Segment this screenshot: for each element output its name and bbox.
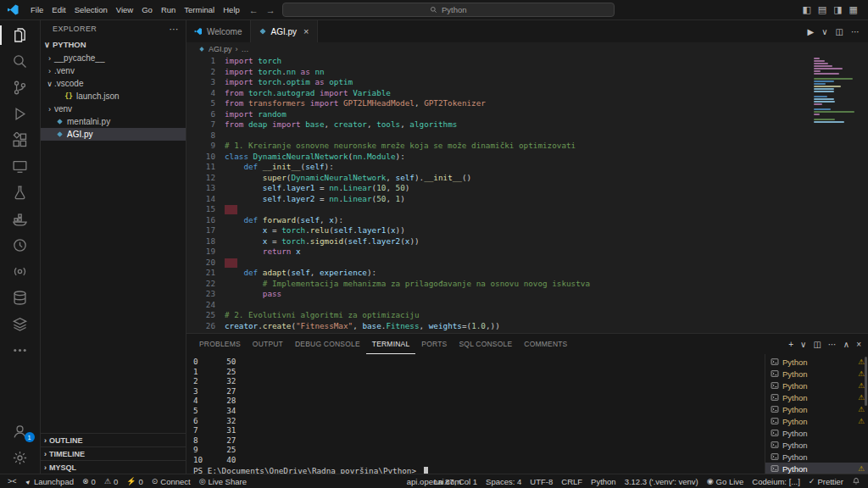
tab-agi-py[interactable]: AGI.py×: [251, 20, 318, 42]
errors[interactable]: ⊗0: [78, 474, 100, 488]
sidebar-more-icon[interactable]: ⋯: [170, 24, 179, 35]
prettier[interactable]: ✓Prettier: [804, 474, 848, 488]
code-line[interactable]: 14 self.layer2 = nn.Linear(50, 1): [186, 194, 809, 205]
menu-view[interactable]: View: [112, 0, 137, 19]
panel-tab-terminal[interactable]: TERMINAL: [366, 334, 416, 354]
code-line[interactable]: 4from torch.autograd import Variable: [186, 88, 809, 99]
close-panel-icon[interactable]: ×: [856, 340, 861, 349]
activity-database[interactable]: [0, 285, 41, 311]
nav-back-icon[interactable]: ←: [249, 5, 259, 15]
menu-file[interactable]: File: [26, 0, 47, 19]
terminal-list-item[interactable]: Python⚠: [765, 356, 868, 368]
panel-tab-debug-console[interactable]: DEBUG CONSOLE: [289, 334, 366, 354]
code-line[interactable]: 7from deap import base, creator, tools, …: [186, 119, 809, 130]
run-dropdown-icon[interactable]: ∨: [821, 27, 827, 36]
menu-go[interactable]: Go: [137, 0, 157, 19]
code-line[interactable]: 25# 2. Evolutivni algoritmi za optimizac…: [186, 310, 809, 321]
code-line[interactable]: 3import torch.optim as optim: [186, 77, 809, 88]
minimap[interactable]: [814, 58, 858, 124]
more-actions-icon[interactable]: ⋯: [851, 27, 860, 36]
tab-welcome[interactable]: Welcome: [186, 20, 251, 42]
live-share[interactable]: ◎Live Share: [195, 474, 251, 488]
terminal-output[interactable]: 0 501 252 323 274 285 346 327 318 279 25…: [186, 354, 765, 474]
python-interpreter[interactable]: 3.12.3 ('.venv': venv): [620, 474, 703, 488]
eol[interactable]: CRLF: [557, 474, 587, 488]
close-icon[interactable]: ×: [303, 26, 309, 36]
code-line[interactable]: 18 x = torch.sigmoid(self.layer2(x)): [186, 236, 809, 247]
code-line[interactable]: 22 # Implementacija mehanizma za prilago…: [186, 279, 809, 290]
workspace-section-header[interactable]: ∨ PYTHON: [41, 37, 186, 52]
code-line[interactable]: 5from transformers import GPT2LMHeadMode…: [186, 98, 809, 109]
more-icon[interactable]: ⋯: [828, 340, 837, 349]
command-center[interactable]: Python: [282, 3, 615, 17]
terminal-list-scrollbar[interactable]: [865, 357, 867, 406]
code-line[interactable]: 20: [186, 258, 809, 269]
code-line[interactable]: 24: [186, 300, 809, 311]
terminal-list-item[interactable]: Python⚠: [765, 368, 868, 380]
launchpad[interactable]: ▲Launchpad: [21, 474, 78, 488]
code-line[interactable]: 8: [186, 130, 809, 141]
language-mode[interactable]: Python: [587, 474, 620, 488]
activity-extensions[interactable]: [0, 127, 41, 153]
notifications[interactable]: [848, 474, 865, 488]
terminal-dropdown-icon[interactable]: ∨: [800, 340, 806, 349]
new-terminal-icon[interactable]: +: [788, 340, 793, 349]
activity-source-control[interactable]: [0, 75, 41, 101]
terminal-list-item[interactable]: Python: [765, 439, 868, 451]
code-line[interactable]: 17 x = torch.relu(self.layer1(x)): [186, 225, 809, 236]
toggle-panel-icon[interactable]: ▤: [818, 4, 826, 15]
code-line[interactable]: 16 def forward(self, x):: [186, 215, 809, 226]
breadcrumb[interactable]: AGI.py › …: [186, 42, 868, 55]
menu-run[interactable]: Run: [157, 0, 180, 19]
terminal-list-item[interactable]: Python⚠: [765, 403, 868, 415]
tree-item-launch-json[interactable]: {}launch.json: [41, 90, 186, 103]
code-line[interactable]: 1import torch: [186, 56, 809, 67]
menu-selection[interactable]: Selection: [70, 0, 112, 19]
connect[interactable]: ⊙Connect: [147, 474, 195, 488]
code-line[interactable]: 10class DynamicNeuralNetwork(nn.Module):: [186, 152, 809, 163]
terminal-list-item[interactable]: Python⚠: [765, 380, 868, 391]
toggle-secondary-sidebar-icon[interactable]: ◨: [833, 4, 842, 15]
settings-button[interactable]: [0, 445, 41, 471]
activity-more[interactable]: [0, 337, 41, 363]
encoding[interactable]: UTF-8: [526, 474, 557, 488]
activity-remote-explorer[interactable]: [0, 153, 41, 180]
split-terminal-icon[interactable]: ◫: [813, 340, 821, 349]
terminal-list-item[interactable]: Python⚠: [765, 415, 868, 427]
warnings[interactable]: ⚠0: [100, 474, 122, 488]
activity-layers[interactable]: [0, 311, 41, 337]
split-editor-icon[interactable]: ◫: [836, 27, 843, 36]
panel-tab-ports[interactable]: PORTS: [415, 334, 453, 354]
toggle-sidebar-icon[interactable]: ◧: [802, 4, 810, 15]
menu-help[interactable]: Help: [219, 0, 244, 19]
code-line[interactable]: 11 def __init__(self):: [186, 162, 809, 173]
editor[interactable]: 1import torch2import torch.nn as nn3impo…: [186, 55, 868, 333]
section-mysql[interactable]: ›MYSQL: [41, 460, 186, 474]
menu-edit[interactable]: Edit: [47, 0, 70, 19]
activity-containers[interactable]: [0, 206, 41, 232]
panel-tab-sql-console[interactable]: SQL CONSOLE: [453, 334, 518, 354]
section-outline[interactable]: ›OUTLINE: [41, 433, 186, 446]
tree-item-mentalni-py[interactable]: mentalni.py: [41, 115, 186, 128]
tree-item-venv[interactable]: ›venv: [41, 103, 186, 115]
tree-item-pycache[interactable]: ›__pycache__: [41, 52, 186, 64]
api-host-status[interactable]: api.openai.com: [403, 474, 465, 488]
tree-item-venv[interactable]: ›.venv: [41, 64, 186, 77]
customize-layout-icon[interactable]: ▦: [849, 4, 858, 15]
section-timeline[interactable]: ›TIMELINE: [41, 446, 186, 460]
activity-search[interactable]: [0, 48, 41, 75]
run-python-file-button[interactable]: ▶: [808, 27, 815, 36]
code-line[interactable]: 23 pass: [186, 289, 809, 300]
code-line[interactable]: 21 def adapt(self, experience):: [186, 268, 809, 279]
terminal-list-item[interactable]: Python: [765, 451, 868, 463]
code-line[interactable]: 19 return x: [186, 247, 809, 258]
nav-forward-icon[interactable]: →: [266, 5, 275, 15]
code-line[interactable]: 12 super(DynamicNeuralNetwork, self).__i…: [186, 173, 809, 184]
maximize-panel-icon[interactable]: ∧: [843, 340, 849, 349]
activity-history[interactable]: [0, 232, 41, 258]
code-line[interactable]: 13 self.layer1 = nn.Linear(10, 50): [186, 183, 809, 194]
ports[interactable]: ⚡0: [122, 474, 147, 488]
menu-terminal[interactable]: Terminal: [180, 0, 219, 19]
panel-tab-problems[interactable]: PROBLEMS: [193, 334, 247, 354]
indentation[interactable]: Spaces: 4: [481, 474, 526, 488]
